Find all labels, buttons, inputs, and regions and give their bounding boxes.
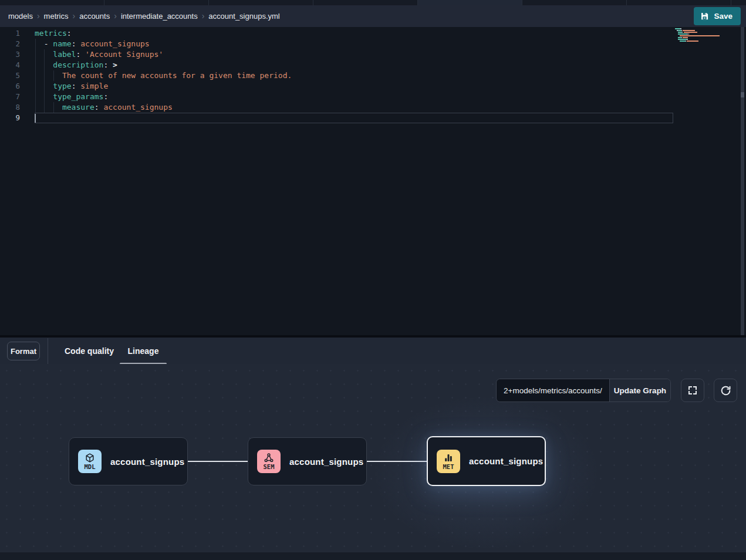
breadcrumb-separator-icon: › xyxy=(37,12,40,20)
minimap-line xyxy=(675,42,728,43)
breadcrumb: models›metrics›accounts›intermediate_acc… xyxy=(8,12,280,21)
fullscreen-button[interactable] xyxy=(681,379,704,402)
breadcrumb-separator-icon: › xyxy=(202,12,205,20)
minimap-line xyxy=(675,32,728,33)
breadcrumb-item[interactable]: metrics xyxy=(44,12,69,21)
cube-icon xyxy=(85,453,95,463)
selector-group: Update Graph xyxy=(496,379,671,402)
code-line[interactable]: measure: account_signups xyxy=(0,102,704,113)
code-line[interactable]: label: 'Account Signups' xyxy=(0,49,704,60)
code-token xyxy=(35,82,53,90)
code-token: > xyxy=(108,60,117,69)
panel-header-divider xyxy=(48,338,48,364)
file-tab-strip-end xyxy=(731,0,746,5)
minimap-line xyxy=(675,28,728,29)
fullscreen-icon xyxy=(687,385,698,396)
file-tab-active[interactable] xyxy=(418,0,522,5)
update-graph-button[interactable]: Update Graph xyxy=(609,379,670,402)
format-button[interactable]: Format xyxy=(7,342,40,360)
file-tab[interactable] xyxy=(313,0,418,5)
file-tab-strip xyxy=(0,0,746,5)
breadcrumb-item[interactable]: accounts xyxy=(79,12,110,21)
bar-chart-icon xyxy=(443,453,454,463)
code-token: type xyxy=(53,82,71,90)
minimap-line xyxy=(675,39,728,40)
node-type-label: MET xyxy=(443,464,454,470)
code-token: description xyxy=(53,60,103,69)
node-type-label: SEM xyxy=(264,464,275,470)
share-network-icon xyxy=(264,453,274,463)
selector-input[interactable] xyxy=(497,379,609,402)
code-line[interactable]: description: > xyxy=(0,60,704,70)
node-type-badge: MET xyxy=(437,450,460,473)
code-line[interactable]: type_params: xyxy=(0,92,704,102)
code-token xyxy=(35,71,62,80)
node-name-label: account_signups xyxy=(469,456,543,466)
breadcrumb-bar: models›metrics›accounts›intermediate_acc… xyxy=(0,5,746,27)
code-token: : xyxy=(67,29,72,38)
code-token: : xyxy=(94,103,99,112)
canvas-bottom-edge xyxy=(0,552,746,560)
code-token: type_params xyxy=(53,92,103,101)
breadcrumb-separator-icon: › xyxy=(114,12,117,20)
save-button[interactable]: Save xyxy=(694,7,741,25)
code-token: - xyxy=(35,39,53,48)
minimap-line xyxy=(675,37,728,38)
lineage-canvas[interactable]: Update Graph xyxy=(0,364,746,560)
lineage-node-met[interactable]: METaccount_signups xyxy=(427,436,546,486)
lineage-edge xyxy=(188,461,248,462)
code-token: name xyxy=(53,39,71,48)
code-token: account_signups xyxy=(99,103,173,112)
node-name-label: account_signups xyxy=(289,457,363,467)
code-token xyxy=(35,60,53,69)
code-line[interactable]: - name: account_signups xyxy=(0,39,704,49)
code-token: account_signups xyxy=(76,39,149,48)
node-name-label: account_signups xyxy=(110,457,184,467)
minimap-line xyxy=(675,33,728,35)
file-tab[interactable] xyxy=(209,0,313,5)
code-line[interactable]: The count of new accounts for a given ti… xyxy=(0,70,704,81)
node-type-badge: SEM xyxy=(257,450,281,473)
code-token: label xyxy=(53,50,76,59)
refresh-button[interactable] xyxy=(714,379,737,402)
file-tab[interactable] xyxy=(0,0,104,5)
code-line[interactable]: type: simple xyxy=(0,81,704,92)
code-token xyxy=(35,92,53,101)
code-token: metrics xyxy=(35,29,67,38)
editor-scrollbar[interactable] xyxy=(741,27,744,335)
breadcrumb-item[interactable]: intermediate_accounts xyxy=(121,12,198,21)
bottom-panel: Format Code quality Lineage Update Graph xyxy=(0,338,746,560)
editor-code[interactable]: metrics: - name: account_signups label: … xyxy=(0,28,704,123)
code-line[interactable] xyxy=(0,113,704,123)
tab-code-quality[interactable]: Code quality xyxy=(56,338,122,364)
tab-lineage[interactable]: Lineage xyxy=(120,338,167,364)
lineage-node-sem[interactable]: SEMaccount_signups xyxy=(248,437,367,485)
save-icon xyxy=(700,12,709,21)
code-token: measure xyxy=(62,103,94,112)
file-tab[interactable] xyxy=(522,0,627,5)
refresh-icon xyxy=(720,385,731,396)
file-tab[interactable] xyxy=(104,0,209,5)
lineage-controls: Update Graph xyxy=(496,379,737,402)
code-line[interactable]: metrics: xyxy=(0,28,704,39)
node-type-label: MDL xyxy=(85,464,96,470)
breadcrumb-item[interactable]: account_signups.yml xyxy=(208,12,279,21)
file-tab[interactable] xyxy=(627,0,731,5)
lineage-node-mdl[interactable]: MDLaccount_signups xyxy=(69,437,188,485)
editor-minimap[interactable] xyxy=(675,28,728,44)
code-token: 'Account Signups' xyxy=(80,50,163,59)
code-token: simple xyxy=(76,82,108,90)
editor-scrollbar-thumb[interactable] xyxy=(741,92,744,97)
minimap-line xyxy=(675,41,728,42)
node-type-badge: MDL xyxy=(78,450,102,473)
code-token xyxy=(35,50,53,59)
breadcrumb-item[interactable]: models xyxy=(8,12,33,21)
code-token: The count of new accounts for a given ti… xyxy=(62,71,292,80)
save-button-label: Save xyxy=(714,12,733,21)
minimap-line xyxy=(675,35,728,36)
code-editor[interactable]: 123456789 metrics: - name: account_signu… xyxy=(0,27,746,335)
code-token: : xyxy=(103,92,108,101)
lineage-edge xyxy=(367,461,427,462)
ide-window: models›metrics›accounts›intermediate_acc… xyxy=(0,0,746,560)
code-token xyxy=(35,103,62,112)
